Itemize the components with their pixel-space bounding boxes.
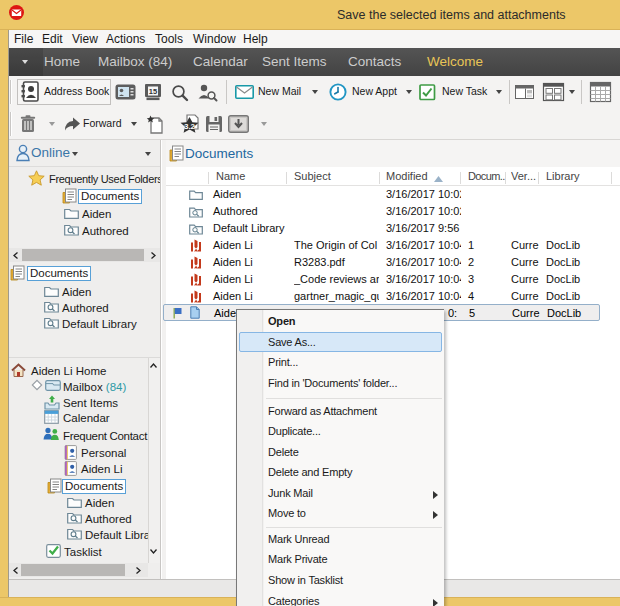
svg-text:15: 15: [149, 87, 157, 96]
svg-text:3.2: 3.2: [184, 122, 196, 131]
